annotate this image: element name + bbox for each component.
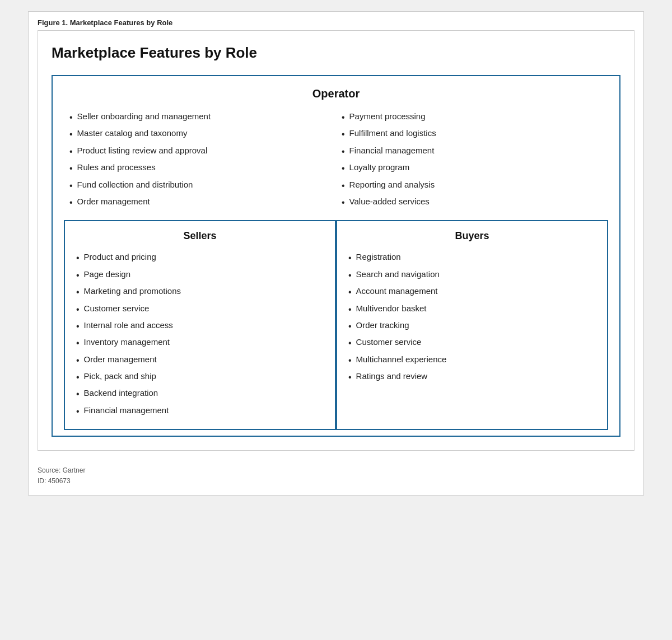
- list-item: Internal role and access: [76, 318, 324, 335]
- operator-left-col: Seller onboarding and management Master …: [64, 109, 336, 211]
- figure-caption: Figure 1. Marketplace Features by Role: [29, 12, 643, 30]
- list-item: Ratings and review: [348, 369, 596, 386]
- buyers-header: Buyers: [348, 230, 596, 242]
- list-item: Payment processing: [342, 109, 603, 126]
- list-item: Customer service: [76, 301, 324, 318]
- source-text: Source: Gartner ID: 450673: [29, 460, 643, 494]
- buyers-list: Registration Search and navigation Accou…: [348, 250, 596, 386]
- list-item: Multichannel experience: [348, 352, 596, 369]
- list-item: Product and pricing: [76, 250, 324, 267]
- list-item: Page design: [76, 267, 324, 284]
- list-item: Seller onboarding and management: [69, 109, 330, 126]
- list-item: Reporting and analysis: [342, 177, 603, 194]
- list-item: Search and navigation: [348, 267, 596, 284]
- list-item: Pick, pack and ship: [76, 369, 324, 386]
- list-item: Financial management: [342, 143, 603, 160]
- list-item: Account management: [348, 284, 596, 301]
- figure-container: Figure 1. Marketplace Features by Role M…: [28, 11, 644, 496]
- list-item: Backend integration: [76, 386, 324, 403]
- sub-boxes: Sellers Product and pricing Page design …: [64, 220, 608, 430]
- list-item: Registration: [348, 250, 596, 267]
- list-item: Financial management: [76, 403, 324, 420]
- list-item: Order management: [76, 352, 324, 369]
- source-line1: Source: Gartner: [38, 465, 634, 476]
- buyers-box: Buyers Registration Search and navigatio…: [336, 220, 608, 430]
- list-item: Product listing review and approval: [69, 143, 330, 160]
- sellers-list: Product and pricing Page design Marketin…: [76, 250, 324, 420]
- operator-left-list: Seller onboarding and management Master …: [69, 109, 330, 211]
- list-item: Fulfillment and logistics: [342, 126, 603, 143]
- list-item: Order tracking: [348, 318, 596, 335]
- list-item: Rules and processes: [69, 160, 330, 177]
- list-item: Value-added services: [342, 194, 603, 211]
- list-item: Customer service: [348, 335, 596, 352]
- operator-box: Operator Seller onboarding and managemen…: [52, 75, 620, 437]
- list-item: Master catalog and taxonomy: [69, 126, 330, 143]
- sellers-header: Sellers: [76, 230, 324, 242]
- list-item: Multivendor basket: [348, 301, 596, 318]
- list-item: Fund collection and distribution: [69, 177, 330, 194]
- figure-title: Marketplace Features by Role: [52, 44, 620, 62]
- operator-right-col: Payment processing Fulfillment and logis…: [336, 109, 608, 211]
- list-item: Order management: [69, 194, 330, 211]
- list-item: Marketing and promotions: [76, 284, 324, 301]
- figure-inner: Marketplace Features by Role Operator Se…: [38, 30, 634, 451]
- list-item: Loyalty program: [342, 160, 603, 177]
- source-line2: ID: 450673: [38, 476, 634, 487]
- operator-header: Operator: [64, 87, 608, 100]
- list-item: Inventory management: [76, 335, 324, 352]
- sellers-box: Sellers Product and pricing Page design …: [64, 220, 336, 430]
- operator-right-list: Payment processing Fulfillment and logis…: [342, 109, 603, 211]
- operator-body: Seller onboarding and management Master …: [64, 109, 608, 211]
